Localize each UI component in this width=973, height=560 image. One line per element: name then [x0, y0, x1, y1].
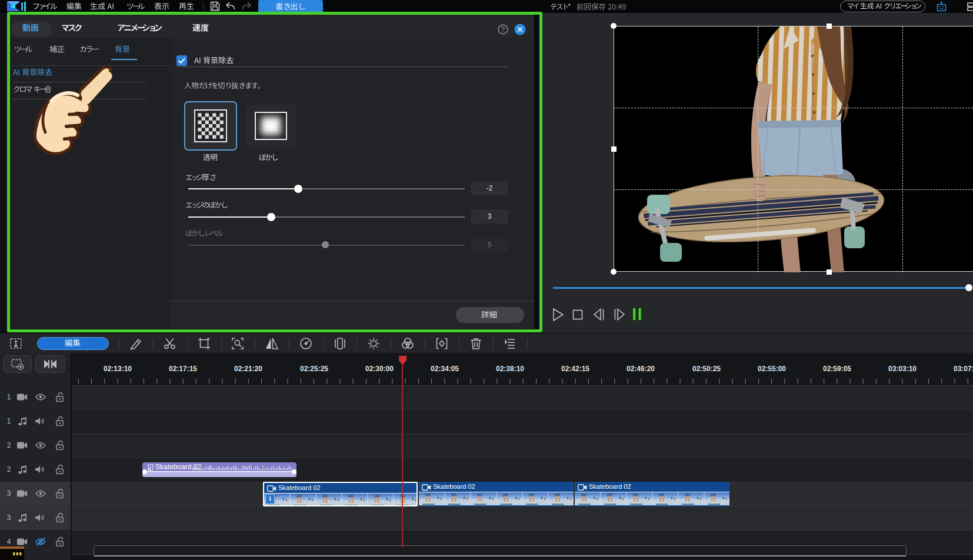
svg-text:Skateboard 02: Skateboard 02: [155, 463, 201, 471]
svg-text:?: ?: [501, 26, 505, 33]
